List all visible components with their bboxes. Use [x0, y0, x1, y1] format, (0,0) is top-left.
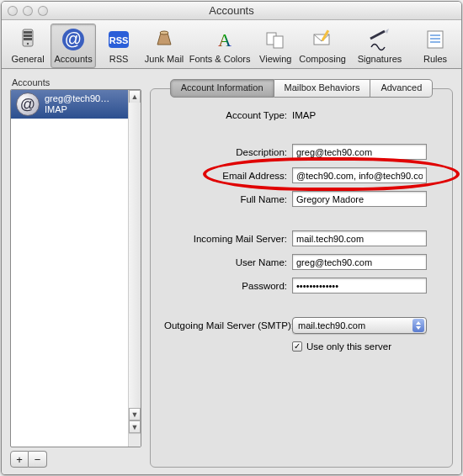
password-label: Password:	[164, 281, 292, 291]
toolbar: General@AccountsRSSRSSJunk MailAFonts & …	[2, 20, 461, 69]
viewing-toolbar-item[interactable]: Viewing	[253, 24, 298, 68]
accounts-toolbar-item[interactable]: @Accounts	[51, 24, 96, 68]
general-icon	[14, 26, 41, 53]
smtp-server-select[interactable]: mail.tech90.com	[292, 317, 427, 334]
toolbar-item-label: Fonts & Colors	[189, 54, 251, 64]
email-address-field[interactable]	[292, 167, 427, 183]
smtp-server-value: mail.tech90.com	[298, 320, 365, 331]
account-item-type: IMAP	[45, 104, 109, 115]
add-remove-bar: + −	[10, 451, 141, 468]
scroll-up-button[interactable]: ▲	[129, 90, 141, 103]
full-name-label: Full Name:	[164, 194, 292, 204]
close-window-button[interactable]	[8, 6, 18, 16]
at-icon: @	[16, 93, 40, 116]
scroll-down-button-2[interactable]: ▼	[129, 420, 141, 433]
use-only-server-label: Use only this server	[306, 341, 391, 352]
svg-point-4	[27, 43, 29, 45]
svg-rect-1	[24, 31, 32, 34]
rules-icon	[422, 26, 449, 53]
at-icon: @	[60, 26, 87, 53]
toolbar-item-label: Viewing	[259, 54, 291, 64]
signatures-icon	[366, 26, 393, 53]
titlebar: Accounts	[2, 2, 461, 20]
composing-toolbar-item[interactable]: Composing	[298, 24, 347, 68]
user-name-label: User Name:	[164, 257, 292, 267]
zoom-window-button[interactable]	[38, 6, 48, 16]
rules-toolbar-item[interactable]: Rules	[412, 24, 458, 68]
toolbar-item-label: Rules	[423, 54, 447, 64]
tab-mailbox-behaviors[interactable]: Mailbox Behaviors	[274, 79, 371, 98]
toolbar-item-label: Accounts	[54, 54, 92, 64]
general-toolbar-item[interactable]: General	[5, 24, 51, 68]
accounts-list: @greg@tech90…IMAP ▲ ▼ ▼	[10, 89, 141, 447]
accounts-panel-label: Accounts	[10, 77, 141, 89]
scroll-corner	[128, 433, 141, 447]
scroll-track[interactable]	[129, 103, 141, 408]
svg-rect-12	[274, 36, 283, 48]
svg-text:@: @	[65, 29, 82, 48]
account-info-pane: Account Type: IMAP Description: Email Ad…	[150, 88, 453, 468]
tab-advanced[interactable]: Advanced	[370, 79, 433, 98]
password-field[interactable]	[292, 278, 427, 294]
tab-bar: Account InformationMailbox BehaviorsAdva…	[170, 79, 434, 98]
full-name-field[interactable]	[292, 191, 427, 207]
toolbar-item-label: General	[11, 54, 44, 64]
toolbar-item-label: RSS	[109, 54, 129, 64]
description-label: Description:	[164, 147, 292, 157]
svg-point-9	[160, 31, 168, 34]
account-list-item[interactable]: @greg@tech90…IMAP	[11, 90, 141, 119]
toolbar-item-label: Junk Mail	[145, 54, 184, 64]
scroll-down-button[interactable]: ▼	[129, 408, 141, 420]
fonts-toolbar-item[interactable]: AFonts & Colors	[187, 24, 253, 68]
viewing-icon	[262, 26, 289, 53]
scrollbar[interactable]: ▲ ▼ ▼	[128, 90, 141, 433]
minimize-window-button[interactable]	[23, 6, 33, 16]
incoming-server-field[interactable]	[292, 230, 427, 246]
window-title: Accounts	[2, 4, 461, 17]
description-field[interactable]	[292, 144, 427, 160]
rss-icon: RSS	[105, 26, 132, 53]
remove-account-button[interactable]: −	[29, 451, 47, 468]
junk-icon	[151, 26, 178, 53]
account-item-name: greg@tech90…	[45, 93, 109, 104]
chevron-updown-icon	[412, 319, 424, 332]
tab-account-information[interactable]: Account Information	[170, 79, 274, 98]
smtp-label: Outgoing Mail Server (SMTP):	[164, 320, 292, 331]
svg-text:RSS: RSS	[109, 35, 129, 45]
composing-icon	[309, 26, 336, 53]
user-name-field[interactable]	[292, 254, 427, 270]
use-only-server-checkbox[interactable]: ✓	[292, 341, 302, 352]
signatures-toolbar-item[interactable]: Signatures	[347, 24, 412, 68]
junk-toolbar-item[interactable]: Junk Mail	[141, 24, 187, 68]
toolbar-item-label: Signatures	[358, 54, 402, 64]
account-type-value: IMAP	[292, 110, 439, 120]
svg-rect-2	[24, 34, 32, 37]
email-address-label: Email Address:	[164, 171, 292, 181]
toolbar-item-label: Composing	[299, 54, 346, 64]
rss-toolbar-item[interactable]: RSSRSS	[96, 24, 141, 68]
add-account-button[interactable]: +	[10, 451, 29, 468]
incoming-server-label: Incoming Mail Server:	[164, 234, 292, 244]
account-type-label: Account Type:	[164, 110, 292, 120]
fonts-icon: A	[206, 26, 233, 53]
svg-rect-3	[24, 38, 32, 40]
svg-text:A: A	[218, 29, 232, 50]
